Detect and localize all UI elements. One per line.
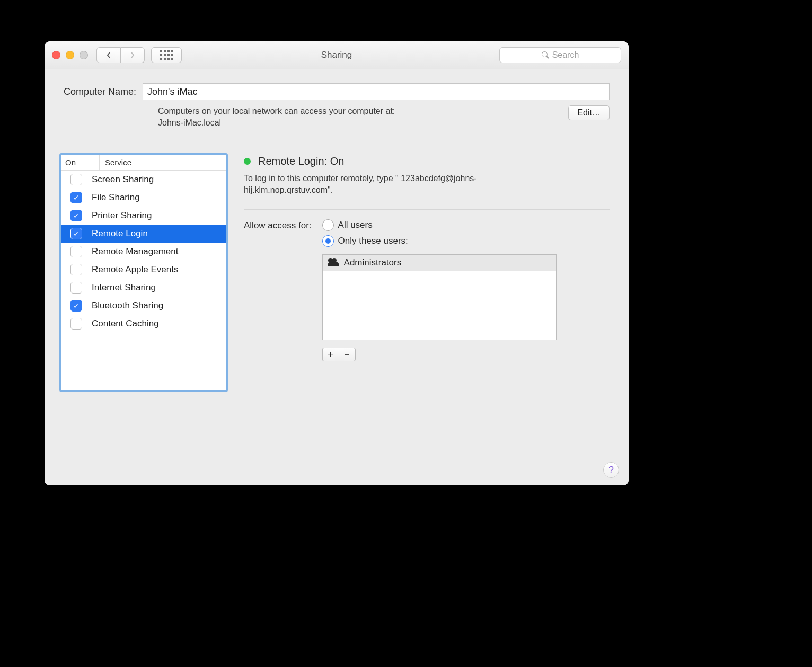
service-checkbox[interactable] (70, 228, 82, 239)
status-title: Remote Login: On (258, 155, 344, 167)
radio-icon (322, 219, 334, 231)
service-label: Screen Sharing (92, 174, 226, 185)
service-row[interactable]: Content Caching (61, 315, 226, 333)
service-checkbox[interactable] (70, 192, 82, 203)
close-window-button[interactable] (52, 51, 60, 59)
user-label: Administrators (344, 257, 402, 268)
add-user-button[interactable]: + (322, 348, 339, 361)
search-icon (542, 51, 549, 59)
zoom-window-button[interactable] (80, 51, 88, 59)
service-checkbox[interactable] (70, 246, 82, 257)
service-checkbox[interactable] (70, 264, 82, 275)
service-checkbox[interactable] (70, 210, 82, 221)
remove-user-button[interactable]: − (339, 348, 356, 361)
computer-name-label: Computer Name: (64, 86, 136, 97)
access-only-users-label: Only these users: (338, 236, 408, 246)
content-area: On Service Screen SharingFile SharingPri… (45, 140, 629, 485)
service-row[interactable]: Printer Sharing (61, 207, 226, 225)
status-indicator-icon (244, 158, 251, 165)
radio-icon (322, 235, 334, 247)
access-only-users-option[interactable]: Only these users: (322, 235, 610, 247)
allowed-users-list[interactable]: Administrators (322, 254, 557, 340)
service-row[interactable]: Remote Login (61, 225, 226, 243)
divider (244, 209, 610, 210)
service-checkbox[interactable] (70, 300, 82, 312)
services-header: On Service (61, 155, 226, 171)
computer-name-hint: Computers on your local network can acce… (158, 105, 395, 128)
show-all-button[interactable] (151, 47, 182, 63)
sharing-preferences-window: Sharing Search Computer Name: Computers … (45, 41, 629, 485)
window-controls (52, 51, 88, 59)
access-all-users-option[interactable]: All users (322, 219, 610, 231)
forward-button[interactable] (121, 47, 145, 63)
service-row[interactable]: Bluetooth Sharing (61, 297, 226, 315)
access-label: Allow access for: (244, 219, 312, 361)
nav-buttons (96, 47, 145, 63)
chevron-left-icon (106, 51, 111, 59)
service-row[interactable]: Remote Apple Events (61, 261, 226, 279)
service-label: Remote Apple Events (92, 264, 226, 275)
search-field[interactable]: Search (499, 47, 621, 63)
service-row[interactable]: Screen Sharing (61, 171, 226, 189)
service-detail: Remote Login: On To log in to this compu… (244, 153, 610, 473)
service-label: Remote Login (92, 228, 226, 239)
status-help-text: To log in to this computer remotely, typ… (244, 173, 541, 195)
service-label: File Sharing (92, 192, 226, 203)
service-label: Internet Sharing (92, 282, 226, 293)
service-label: Remote Management (92, 246, 226, 257)
service-label: Content Caching (92, 318, 226, 329)
col-service: Service (100, 155, 226, 170)
grid-icon (160, 50, 173, 60)
group-icon (328, 259, 339, 266)
service-checkbox[interactable] (70, 174, 82, 185)
service-row[interactable]: File Sharing (61, 189, 226, 207)
header-section: Computer Name: Computers on your local n… (45, 69, 629, 140)
help-button[interactable]: ? (603, 462, 619, 478)
computer-name-input[interactable] (143, 83, 610, 100)
service-label: Bluetooth Sharing (92, 300, 226, 311)
services-list[interactable]: On Service Screen SharingFile SharingPri… (59, 153, 228, 392)
chevron-right-icon (130, 51, 135, 59)
col-on: On (61, 155, 100, 170)
toolbar: Sharing Search (45, 41, 629, 69)
service-checkbox[interactable] (70, 318, 82, 330)
service-label: Printer Sharing (92, 210, 226, 221)
service-row[interactable]: Internet Sharing (61, 279, 226, 297)
search-placeholder: Search (552, 50, 579, 60)
access-all-users-label: All users (338, 220, 373, 230)
service-row[interactable]: Remote Management (61, 243, 226, 261)
back-button[interactable] (96, 47, 121, 63)
minimize-window-button[interactable] (66, 51, 74, 59)
edit-hostname-button[interactable]: Edit… (568, 105, 610, 120)
service-checkbox[interactable] (70, 282, 82, 294)
user-row[interactable]: Administrators (323, 255, 556, 271)
